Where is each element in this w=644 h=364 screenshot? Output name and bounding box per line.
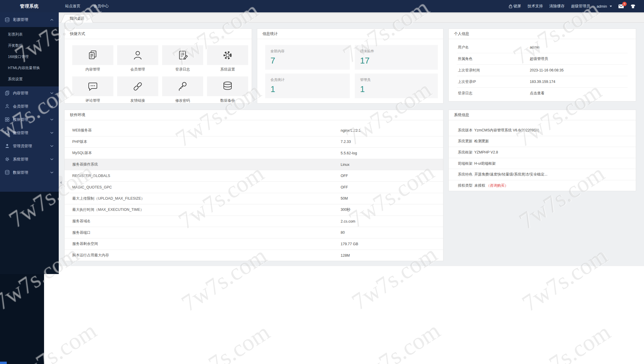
table-row-highlighted: 服务器操作系统Linux	[65, 159, 443, 171]
sidebar-item-system-management[interactable]: 系统管理	[0, 153, 59, 166]
chevron-down-icon	[50, 92, 53, 94]
shortcut-comment-management[interactable]: 评论管理	[72, 76, 113, 103]
chevron-down-icon	[50, 158, 53, 160]
check-update-link[interactable]: 检测更新	[474, 139, 489, 144]
stat-admin-count: 管理员 1	[355, 74, 438, 98]
lock-icon	[509, 4, 512, 8]
sidebar-item-lottery-management[interactable]: 彩票管理	[0, 12, 59, 27]
sidebar-item-label: 会员管理	[13, 104, 28, 109]
shortcut-label: 数据备份	[207, 98, 248, 103]
chevron-up-icon	[50, 19, 53, 21]
tech-support-button[interactable]: 技术支持	[528, 4, 543, 9]
sidebar-item-content-management[interactable]: 内容管理	[0, 86, 59, 100]
sidebar-item-data-management[interactable]: 数据管理	[0, 166, 59, 179]
tech-support-label: 技术支持	[528, 4, 543, 9]
profile-row-last-login-time: 上次登录时间 2023-11-16 06:08:35	[457, 65, 628, 76]
user-dropdown[interactable]: admin	[597, 4, 612, 9]
tab-my-desktop[interactable]: 我的桌面	[61, 14, 93, 23]
shortcut-label: 登录日志	[162, 67, 203, 72]
shortcut-member-management[interactable]: 会员管理	[117, 45, 158, 72]
table-row: 系统更新检测更新	[449, 136, 636, 147]
sidebar: 彩票管理 彩票列表 开奖数据 168接口管理 HTML内容批量替换 系统设置 内…	[0, 12, 59, 262]
theme-button[interactable]	[630, 4, 636, 9]
table-row: 服务器域名2.cs.com	[65, 216, 443, 227]
link-icon	[117, 76, 158, 96]
sidebar-subitem-draw-data[interactable]: 开奖数据	[0, 40, 59, 51]
purchase-license-link[interactable]: （咨询购买）	[486, 183, 508, 188]
sidebar-item-label: 微信管理	[13, 130, 28, 136]
stat-member-count: 会员统计 1	[265, 74, 350, 98]
sidebar-collapse-handle[interactable]	[59, 176, 63, 189]
sidebar-subitem-lottery-list[interactable]: 彩票列表	[0, 29, 59, 40]
shortcut-system-settings[interactable]: 系统设置	[207, 45, 248, 72]
table-row: 服务器剩余空间179.77 GB	[65, 238, 443, 250]
sidebar-lower-fill	[0, 192, 59, 274]
panel-title: 信息统计	[257, 29, 443, 39]
profile-row-last-login-ip: 上次登录IP 183.39.159.174	[457, 76, 628, 88]
chevron-down-icon	[50, 132, 53, 134]
nav-member-center[interactable]: 会员中心	[93, 4, 109, 9]
stat-module-plugins: 模块插件 17	[355, 45, 438, 70]
shortcut-change-password[interactable]: 修改密码	[162, 76, 203, 103]
stats-panel: 信息统计 全部内容 7 模块插件 17 会员统计 1 管理员	[257, 29, 443, 103]
stat-value: 17	[360, 56, 438, 66]
username-label: admin	[597, 4, 607, 9]
sidebar-item-label: 管理员管理	[13, 143, 32, 149]
table-row: 服务器端口80	[65, 227, 443, 238]
documents-icon	[72, 45, 113, 65]
log-clipboard-icon	[162, 45, 203, 65]
shortcut-friend-links[interactable]: 友情链接	[117, 76, 158, 103]
table-row: 最大执行时间（MAX_EXECUTION_TIME）300秒	[65, 204, 443, 216]
stat-total-content: 全部内容 7	[265, 45, 350, 70]
clear-cache-label: 清除缓存	[549, 4, 565, 9]
dashboard-grid: 快捷方式 内容管理 会员管理	[59, 23, 644, 266]
chevron-down-icon	[50, 145, 53, 147]
table-row: WEB服务器nginx/1.22.1	[65, 125, 443, 136]
shortcuts-body: 内容管理 会员管理 登录日志	[65, 39, 252, 103]
table-row: 系统框架YZMPHP V2.8	[449, 147, 636, 158]
shortcut-login-log[interactable]: 登录日志	[162, 45, 203, 72]
sidebar-bottom-rail	[0, 262, 44, 364]
shortcut-data-backup[interactable]: 数据备份	[207, 76, 248, 103]
clear-cache-button[interactable]: 清除缓存	[549, 4, 565, 9]
main-content: 我的桌面 快捷方式 内容管理	[59, 12, 644, 364]
profile-body: 用户名 admin 所属角色 超级管理员 上次登录时间 2023-11-16 0…	[449, 39, 636, 99]
sidebar-subitem-html-batch-replace[interactable]: HTML内容批量替换	[0, 62, 59, 74]
sidebar-item-admin-management[interactable]: 管理员管理	[0, 139, 59, 153]
topbar-right: 锁屏 技术支持 清除缓存 超级管理员 admin 0	[509, 0, 636, 12]
tshirt-icon	[630, 4, 636, 9]
sidebar-item-wechat-management[interactable]: 微信管理	[0, 126, 59, 139]
sidebar-item-member-management[interactable]: 会员管理	[0, 100, 59, 113]
shortcut-label: 系统设置	[207, 67, 248, 72]
comment-icon	[72, 76, 113, 96]
lock-screen-label: 锁屏	[514, 4, 521, 9]
sidebar-subitem-168-api[interactable]: 168接口管理	[0, 51, 59, 62]
sidebar-item-label: 内容管理	[13, 91, 28, 96]
sidebar-item-label: 数据管理	[13, 170, 28, 175]
profile-panel: 个人信息 用户名 admin 所属角色 超级管理员 上次登录时间 2023-11…	[448, 29, 636, 101]
tab-label: 我的桌面	[70, 16, 84, 21]
panel-title: 系统信息	[449, 110, 636, 120]
profile-row-login-log: 登录日志 点击查看	[457, 88, 628, 99]
chevron-down-icon	[50, 105, 53, 107]
wechat-icon	[5, 130, 10, 135]
sidebar-subitem-system-settings[interactable]: 系统设置	[0, 74, 59, 85]
system-info-table: 系统版本YzmCMS内容管理系统 V6.6(20220918) 系统更新检测更新…	[449, 120, 636, 191]
user-icon	[5, 104, 10, 109]
database-icon	[5, 170, 10, 175]
shortcut-label: 会员管理	[117, 67, 158, 72]
sidebar-item-module-management[interactable]: 模块管理	[0, 113, 59, 126]
bottom-left-accent	[0, 362, 7, 364]
gear-icon	[207, 45, 248, 65]
messages-button[interactable]: 0	[618, 4, 624, 8]
nav-site-home[interactable]: 站点首页	[65, 4, 80, 9]
shortcuts-panel: 快捷方式 内容管理 会员管理	[64, 29, 252, 103]
shortcut-label: 修改密码	[162, 98, 203, 103]
software-env-panel: 软件环境 WEB服务器nginx/1.22.1 PHP版本7.2.33 MySQ…	[64, 110, 443, 261]
lock-screen-button[interactable]: 锁屏	[509, 4, 521, 9]
view-login-log-link[interactable]: 点击查看	[530, 91, 544, 96]
stat-value: 1	[270, 84, 350, 94]
shortcut-content-management[interactable]: 内容管理	[72, 45, 113, 72]
table-row-license: 授权类型 未授权 （咨询购买）	[449, 180, 636, 191]
role-label: 超级管理员	[571, 4, 590, 9]
